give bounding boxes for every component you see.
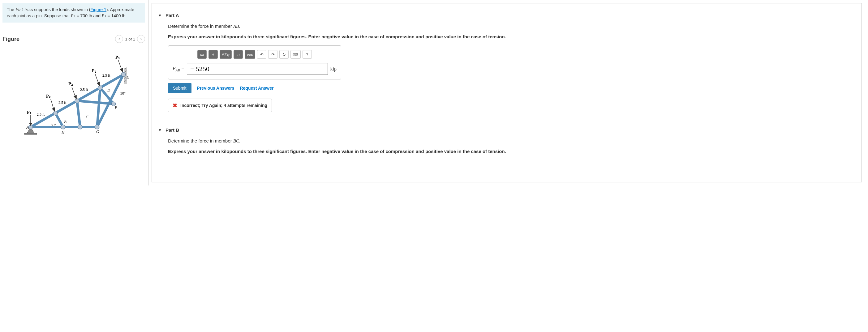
problem-statement: The Fink truss supports the loads shown … bbox=[2, 3, 145, 23]
svg-text:H: H bbox=[61, 130, 65, 134]
tool-template[interactable]: ▭ bbox=[197, 50, 207, 59]
text: supports the loads shown in ( bbox=[33, 7, 90, 12]
answer-variable: FAB = bbox=[173, 66, 184, 72]
part-a-header[interactable]: ▼ Part A bbox=[158, 13, 855, 18]
var-sub: AB bbox=[176, 68, 180, 72]
reset-icon: ↻ bbox=[282, 52, 286, 57]
svg-text:E: E bbox=[126, 75, 129, 79]
svg-marker-32 bbox=[97, 82, 100, 86]
feedback-box: ✖ Incorrect; Try Again; 4 attempts remai… bbox=[168, 99, 272, 112]
part-a-body: Determine the force in member AB. Expres… bbox=[158, 24, 855, 112]
part-b-body: Determine the force in member BC. Expres… bbox=[158, 138, 855, 155]
var-f: F bbox=[173, 66, 176, 71]
figure-link[interactable]: Figure 1 bbox=[90, 7, 106, 12]
svg-text:C: C bbox=[86, 114, 89, 119]
svg-line-31 bbox=[95, 73, 99, 84]
chevron-right-icon: › bbox=[140, 36, 142, 42]
help-icon: ? bbox=[306, 52, 308, 57]
svg-marker-34 bbox=[120, 68, 123, 72]
eq: = bbox=[180, 66, 184, 71]
svg-text:P₁: P₁ bbox=[115, 55, 120, 60]
tool-redo[interactable]: ↷ bbox=[268, 50, 277, 59]
svg-text:P₂: P₂ bbox=[92, 69, 96, 73]
figure-next-button[interactable]: › bbox=[137, 35, 145, 43]
svg-line-33 bbox=[118, 60, 122, 70]
svg-text:P₁: P₁ bbox=[27, 110, 32, 115]
svg-line-4 bbox=[77, 101, 80, 127]
svg-line-27 bbox=[51, 99, 54, 109]
fink-text: Fink truss bbox=[16, 7, 33, 12]
svg-text:2.5 ft: 2.5 ft bbox=[80, 88, 88, 92]
redo-icon: ↷ bbox=[271, 52, 275, 57]
text: = 1400 lb. bbox=[106, 13, 126, 18]
svg-text:2.5 ft: 2.5 ft bbox=[59, 100, 66, 105]
answer-input[interactable] bbox=[187, 63, 328, 75]
request-answer-link[interactable]: Request Answer bbox=[240, 86, 274, 91]
tool-subscript[interactable]: ↓↑ bbox=[234, 50, 243, 59]
var-p2: P₂ bbox=[102, 13, 106, 18]
answer-box: ▭ √ ΑΣφ ↓↑ vec ↶ ↷ ↻ ⌨ ? FAB = kip bbox=[168, 45, 341, 79]
part-a-instruction: Express your answer in kilopounds to thr… bbox=[168, 33, 855, 40]
svg-text:F: F bbox=[115, 105, 118, 110]
svg-line-3 bbox=[55, 113, 63, 127]
text: Determine the force in member bbox=[168, 24, 233, 29]
svg-line-7 bbox=[77, 101, 114, 104]
tool-help[interactable]: ? bbox=[303, 50, 312, 59]
text: . bbox=[239, 24, 240, 29]
svg-point-20 bbox=[53, 111, 58, 115]
text: = 700 lb and bbox=[75, 13, 102, 18]
truss-svg: P₁ P₂ P₂ P₂ P₁ 2.5 ft 2.5 ft 2.5 ft 2.5 … bbox=[15, 55, 133, 141]
submit-button[interactable]: Submit bbox=[168, 83, 191, 93]
text: Determine the force in member bbox=[168, 138, 233, 143]
chevron-left-icon: ‹ bbox=[119, 36, 120, 42]
part-b-instruction: Express your answer in kilopounds to thr… bbox=[168, 148, 855, 155]
svg-text:B: B bbox=[64, 119, 66, 124]
member-ab: AB bbox=[233, 24, 239, 29]
feedback-text: Incorrect; Try Again; 4 attempts remaini… bbox=[180, 103, 267, 108]
part-b-title: Part B bbox=[165, 127, 179, 133]
action-row: Submit Previous Answers Request Answer bbox=[168, 83, 855, 93]
left-panel: The Fink truss supports the loads shown … bbox=[0, 0, 149, 186]
svg-text:2.5 ft: 2.5 ft bbox=[102, 73, 111, 77]
part-b-question: Determine the force in member BC. bbox=[168, 138, 855, 144]
svg-point-22 bbox=[98, 86, 102, 90]
separator bbox=[158, 121, 855, 121]
right-panel: ▼ Part A Determine the force in member A… bbox=[152, 3, 862, 182]
figure-prev-button[interactable]: ‹ bbox=[115, 35, 123, 43]
svg-marker-28 bbox=[52, 107, 55, 111]
tool-reset[interactable]: ↻ bbox=[279, 50, 289, 59]
incorrect-icon: ✖ bbox=[173, 102, 177, 109]
tool-sqrt[interactable]: √ bbox=[209, 50, 218, 59]
svg-text:A: A bbox=[26, 125, 29, 130]
keyboard-icon: ⌨ bbox=[292, 52, 299, 57]
var-p1: P₁ bbox=[71, 13, 75, 18]
caret-down-icon: ▼ bbox=[158, 128, 162, 132]
svg-line-29 bbox=[72, 87, 75, 97]
part-b-header[interactable]: ▼ Part B bbox=[158, 127, 855, 133]
tool-greek[interactable]: ΑΣφ bbox=[220, 50, 232, 59]
tool-undo[interactable]: ↶ bbox=[257, 50, 266, 59]
text: The bbox=[7, 7, 16, 12]
figure-truss: P₁ P₂ P₂ P₂ P₁ 2.5 ft 2.5 ft 2.5 ft 2.5 … bbox=[2, 51, 145, 141]
svg-text:2.5 ft: 2.5 ft bbox=[37, 112, 45, 117]
svg-point-17 bbox=[61, 125, 65, 129]
previous-answers-link[interactable]: Previous Answers bbox=[197, 86, 235, 91]
equation-toolbar: ▭ √ ΑΣφ ↓↑ vec ↶ ↷ ↻ ⌨ ? bbox=[173, 50, 337, 59]
svg-text:30°: 30° bbox=[51, 123, 56, 127]
svg-point-23 bbox=[121, 72, 126, 77]
svg-text:G: G bbox=[96, 129, 99, 134]
svg-point-19 bbox=[95, 125, 99, 129]
svg-text:30°: 30° bbox=[120, 91, 126, 96]
app-container: The Fink truss supports the loads shown … bbox=[0, 0, 868, 186]
arrows-icon: ↓↑ bbox=[236, 52, 240, 57]
tool-keyboard[interactable]: ⌨ bbox=[290, 50, 301, 59]
svg-marker-30 bbox=[74, 95, 76, 99]
svg-point-18 bbox=[78, 125, 82, 129]
svg-rect-15 bbox=[25, 133, 37, 134]
svg-text:P₂: P₂ bbox=[46, 94, 51, 99]
tool-vec[interactable]: vec bbox=[245, 50, 255, 59]
svg-text:P₂: P₂ bbox=[68, 81, 73, 86]
figure-counter: 1 of 1 bbox=[125, 37, 135, 41]
svg-text:D: D bbox=[107, 88, 111, 93]
greek-icon: ΑΣφ bbox=[222, 52, 229, 57]
